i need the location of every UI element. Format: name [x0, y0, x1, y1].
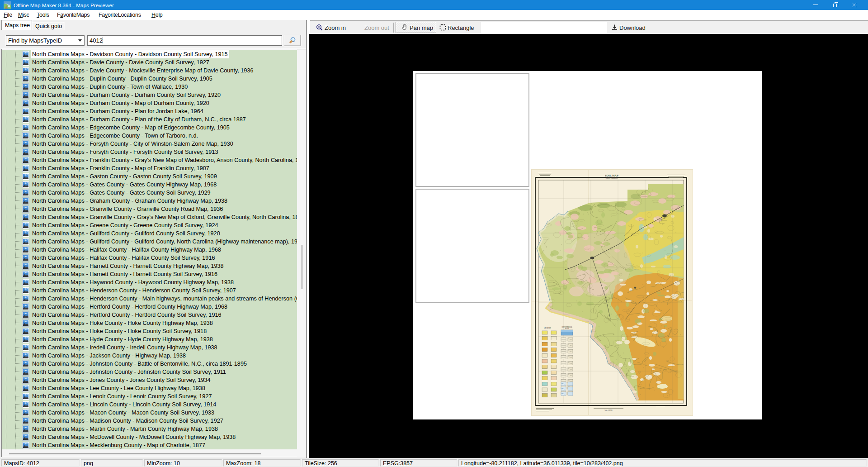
svg-text:NORTH CAROLINA: NORTH CAROLINA — [606, 177, 618, 179]
svg-text:Scale 1:62500: Scale 1:62500 — [604, 410, 613, 411]
svg-text:SOIL MAP: SOIL MAP — [605, 174, 618, 177]
svg-text:SIGNS: SIGNS — [565, 328, 569, 329]
svg-text:LEGEND: LEGEND — [544, 327, 551, 329]
